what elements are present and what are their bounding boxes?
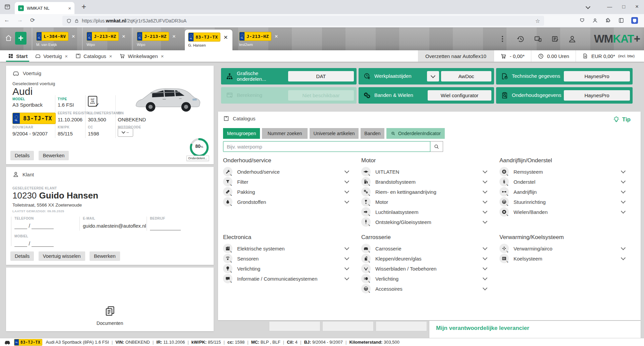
expand-chevron-icon[interactable] (621, 189, 626, 193)
expand-chevron-icon[interactable] (621, 179, 626, 183)
action-tile-button[interactable]: DAT (288, 71, 354, 81)
catalog-menu-item[interactable]: ↘Wisserbladen / Toebehoren (361, 264, 489, 274)
catalog-menu-item[interactable]: ↘Verwarming/airco (499, 243, 627, 253)
catalog-menu-item[interactable]: ↘Pakking (223, 187, 351, 197)
new-tab-button[interactable]: + (79, 2, 89, 12)
action-tile-button[interactable]: AwDoc (441, 71, 491, 81)
catalog-menu-item[interactable]: ↘Luchtinlaatsysteem (361, 207, 489, 217)
order-total[interactable]: EUR 0,00*(incl. btw) (576, 50, 644, 62)
browser-tab[interactable]: + WMKAT NL × (15, 2, 74, 14)
sidebar-library-icon[interactable] (618, 17, 624, 23)
catalog-tab-3[interactable]: Universele artikelen (310, 128, 359, 139)
expand-chevron-icon[interactable] (483, 209, 487, 214)
expand-chevron-icon[interactable] (483, 266, 487, 270)
forward-button[interactable]: → (17, 17, 23, 24)
customer-edit-button[interactable]: Bewerken (90, 251, 120, 261)
lock-icon[interactable] (74, 19, 79, 23)
customer-details-button[interactable]: Details (10, 251, 34, 261)
hours-total[interactable]: 0.00 Uren (531, 50, 576, 62)
account-icon[interactable] (592, 17, 598, 23)
home-icon[interactable] (5, 34, 12, 42)
catalog-menu-item[interactable]: ↘Ontsteking/Gloeisysteem (361, 217, 489, 227)
shield-icon[interactable] (66, 18, 71, 23)
back-button[interactable]: ← (4, 17, 10, 24)
action-tile[interactable]: WerkplaatstijdenAwDoc (359, 68, 494, 84)
catalog-menu-item[interactable]: ↘Remsysteem (499, 167, 627, 177)
cart-total[interactable]: - 0,00* (494, 50, 531, 62)
documents-icon[interactable] (104, 305, 116, 316)
tab-close-icon[interactable]: × (65, 53, 68, 59)
vehicle-tab[interactable]: NLJ-213-HZ×Wipo (82, 27, 132, 50)
expand-chevron-icon[interactable] (621, 169, 626, 173)
vehicle-tab[interactable]: NLJ-213-HZ×test2wm (235, 27, 285, 50)
catalog-menu-item[interactable]: ↘Motor (361, 197, 489, 207)
phone-field[interactable]: / (14, 223, 54, 229)
address-bar[interactable]: https://plus.wmkat.nl/2qKjr1rSJa6ZUFVDaD… (62, 16, 544, 26)
search-button[interactable] (430, 141, 443, 152)
tab-close-icon[interactable]: × (172, 34, 176, 39)
catalog-menu-item[interactable]: ↘Verlichting (361, 274, 489, 284)
catalog-tab-2[interactable]: Nummer zoeken (262, 128, 308, 139)
expand-chevron-icon[interactable] (483, 245, 487, 250)
company-field[interactable] (150, 224, 181, 230)
expand-chevron-icon[interactable] (344, 276, 349, 280)
tab-close-icon[interactable]: × (68, 5, 71, 11)
vehicle-tab[interactable]: NL83-TJ-TX×G. Hansen (185, 30, 232, 50)
action-tile[interactable]: Grafische onderdelen...DAT (221, 68, 357, 84)
expand-chevron-icon[interactable] (621, 209, 626, 214)
window-minimize-button[interactable]: — (607, 3, 612, 10)
catalog-menu-item[interactable]: ↘Onderstel (499, 177, 627, 187)
expand-chevron-icon[interactable] (483, 189, 487, 193)
expand-chevron-icon[interactable] (483, 255, 487, 260)
parts-search-input[interactable] (223, 141, 430, 152)
reload-button[interactable]: ⟳ (30, 17, 35, 24)
email-value[interactable]: guido.malestein@autoflex.nl (83, 223, 146, 229)
catalog-menu-item[interactable]: ↘Onderhoud/service (223, 167, 351, 177)
extension-icon[interactable] (631, 17, 638, 24)
devices-icon[interactable] (534, 35, 542, 43)
expand-chevron-icon[interactable] (483, 276, 487, 280)
overflow-menu-icon[interactable] (502, 36, 503, 42)
expand-chevron-icon[interactable] (344, 169, 349, 173)
action-tile[interactable]: Banden & WielenWiel configurator (359, 87, 494, 104)
tab-close-icon[interactable]: × (72, 34, 75, 39)
catalog-tab-1[interactable]: Menugroepen (223, 128, 260, 139)
workspace-tab-voertuig[interactable]: Voertuig× (31, 50, 71, 62)
catalog-menu-item[interactable]: ↘Stuurinrichting (499, 197, 627, 207)
parts-indicator-gauge[interactable]: 80% OnderdelenI... (189, 137, 215, 158)
tab-close-icon[interactable]: × (109, 53, 112, 59)
vehicle-details-button[interactable]: Details (10, 151, 34, 160)
tab-list-chevron-icon[interactable] (586, 3, 590, 10)
expand-chevron-icon[interactable] (483, 169, 487, 173)
catalog-menu-item[interactable]: ↘Accessoires (361, 284, 489, 294)
catalog-menu-item[interactable]: ↘Grondstoffen (223, 197, 351, 207)
tab-close-icon[interactable]: × (161, 53, 164, 59)
engine-code-dropdown[interactable]: – (118, 128, 133, 137)
user-icon[interactable] (568, 35, 577, 43)
catalog-menu-item[interactable]: ↘Aandrijflijn (499, 187, 627, 197)
expand-chevron-icon[interactable] (344, 179, 349, 183)
window-maximize-button[interactable]: □ (622, 3, 625, 10)
expand-chevron-icon[interactable] (344, 199, 349, 204)
notes-icon[interactable] (551, 35, 559, 43)
new-vehicle-tab-button[interactable]: + (15, 32, 26, 45)
catalog-menu-item[interactable]: ↘Koelsysteem (499, 253, 627, 264)
bookmark-star-icon[interactable]: ☆ (535, 18, 540, 24)
transfer-autoflex-button[interactable]: Overzetten naar Autoflex10 (418, 50, 494, 62)
mobile-field[interactable]: / (14, 241, 54, 247)
workspace-tab-start[interactable]: Start (4, 50, 31, 62)
action-tile-button[interactable]: HaynesPro (564, 90, 630, 101)
catalog-menu-item[interactable]: ↘Verlichting (223, 264, 351, 274)
action-tile[interactable]: OnderhoudsgegevensHaynesPro (496, 87, 633, 104)
catalog-menu-item[interactable]: ↘Riem- en kettingaandrijving (361, 187, 489, 197)
extensions-puzzle-icon[interactable] (605, 17, 611, 23)
expand-chevron-icon[interactable] (344, 245, 349, 250)
tab-close-icon[interactable]: × (275, 34, 278, 39)
catalog-menu-item[interactable]: ↘Kleppen/deuren/glas (361, 253, 489, 264)
action-tile-button[interactable]: HaynesPro (564, 71, 630, 81)
dat-vin-data-icon[interactable]: DATVINDATA ✓ (88, 96, 98, 107)
switch-vehicle-button[interactable]: Voertuig wisselen (39, 251, 85, 261)
dropdown-chevron-icon[interactable] (427, 71, 439, 81)
workspace-tab-winkelwagen[interactable]: Winkelwagen× (116, 50, 167, 62)
expand-chevron-icon[interactable] (483, 219, 487, 224)
